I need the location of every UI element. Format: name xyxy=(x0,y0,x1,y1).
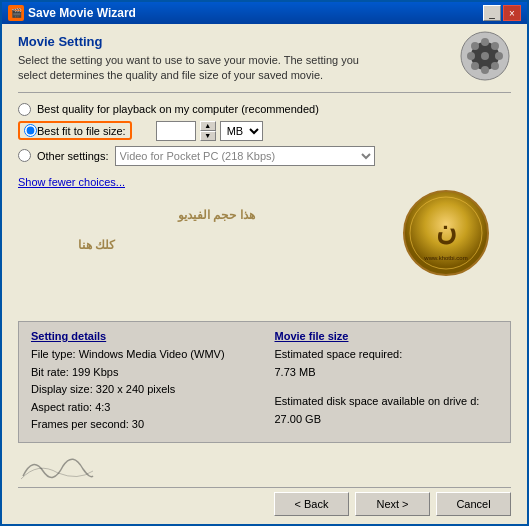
estimated-space-value: 7.73 MB xyxy=(275,364,499,382)
arabic-annotation-1: هذا حجم الفيديو xyxy=(178,208,255,222)
signature-svg xyxy=(18,451,98,481)
header-divider xyxy=(18,92,511,93)
radio-group: Best quality for playback on my computer… xyxy=(18,103,511,166)
estimated-disk-label: Estimated disk space available on drive … xyxy=(275,393,499,411)
movie-file-size-title: Movie file size xyxy=(275,330,499,342)
setting-details-title: Setting details xyxy=(31,330,255,342)
file-size-unit-select[interactable]: MB xyxy=(220,121,263,141)
other-settings-row: Other settings: Video for Pocket PC (218… xyxy=(18,146,511,166)
app-icon: 🎬 xyxy=(8,5,24,21)
info-section: Setting details File type: Windows Media… xyxy=(18,321,511,443)
next-button[interactable]: Next > xyxy=(355,492,430,516)
section-description: Select the setting you want to use to sa… xyxy=(18,53,378,84)
title-bar-buttons: _ × xyxy=(483,5,521,21)
svg-point-8 xyxy=(491,62,499,70)
aspect-ratio-info: Aspect ratio: 4:3 xyxy=(31,399,255,417)
footer: < Back Next > Cancel xyxy=(18,487,511,516)
frames-info: Frames per second: 30 xyxy=(31,416,255,434)
display-size-info: Display size: 320 x 240 pixels xyxy=(31,381,255,399)
estimated-disk-value: 27.00 GB xyxy=(275,411,499,429)
best-quality-label[interactable]: Best quality for playback on my computer… xyxy=(37,103,319,115)
main-content: Movie Setting Select the setting you wan… xyxy=(2,24,527,524)
best-quality-radio[interactable] xyxy=(18,103,31,116)
title-bar: 🎬 Save Movie Wizard _ × xyxy=(2,2,527,24)
svg-point-7 xyxy=(471,42,479,50)
other-settings-radio[interactable] xyxy=(18,149,31,162)
file-size-controls: 8 ▲ ▼ MB xyxy=(156,121,263,141)
file-type-info: File type: Windows Media Video (WMV) xyxy=(31,346,255,364)
best-fit-label[interactable]: Best fit to file size: xyxy=(37,125,126,137)
svg-point-9 xyxy=(471,62,479,70)
cancel-button[interactable]: Cancel xyxy=(436,492,511,516)
svg-point-10 xyxy=(491,42,499,50)
file-size-input[interactable]: 8 xyxy=(156,121,196,141)
watermark-area: هذا حجم الفيديو كلك هنا ن xyxy=(18,188,511,321)
back-button[interactable]: < Back xyxy=(274,492,349,516)
estimated-space-label: Estimated space required: xyxy=(275,346,499,364)
header-text: Movie Setting Select the setting you wan… xyxy=(18,34,378,84)
window-title: Save Movie Wizard xyxy=(28,6,136,20)
best-fit-row: Best fit to file size: 8 ▲ ▼ MB xyxy=(18,121,511,141)
other-settings-select[interactable]: Video for Pocket PC (218 Kbps) xyxy=(115,146,375,166)
spinner-down-button[interactable]: ▼ xyxy=(200,131,216,141)
signature-area xyxy=(18,451,511,481)
svg-point-5 xyxy=(467,52,475,60)
svg-point-6 xyxy=(495,52,503,60)
title-bar-left: 🎬 Save Movie Wizard xyxy=(8,5,136,21)
best-quality-row: Best quality for playback on my computer… xyxy=(18,103,511,116)
film-reel-icon xyxy=(459,30,511,82)
minimize-button[interactable]: _ xyxy=(483,5,501,21)
save-movie-wizard-window: 🎬 Save Movie Wizard _ × Movie Setting Se… xyxy=(0,0,529,526)
gold-logo: ن www.khotbi.com xyxy=(401,188,491,278)
header-section: Movie Setting Select the setting you wan… xyxy=(18,34,511,84)
svg-point-2 xyxy=(481,52,489,60)
best-fit-highlighted: Best fit to file size: xyxy=(18,121,132,140)
svg-point-4 xyxy=(481,66,489,74)
show-fewer-link[interactable]: Show fewer choices... xyxy=(18,176,511,188)
svg-text:www.khotbi.com: www.khotbi.com xyxy=(423,255,467,261)
section-title: Movie Setting xyxy=(18,34,378,49)
setting-details-col: Setting details File type: Windows Media… xyxy=(31,330,255,434)
spinner-up-button[interactable]: ▲ xyxy=(200,121,216,131)
svg-text:ن: ن xyxy=(436,215,457,246)
file-size-spinner: ▲ ▼ xyxy=(200,121,216,141)
arabic-annotation-2: كلك هنا xyxy=(78,238,115,252)
best-fit-radio[interactable] xyxy=(24,124,37,137)
bit-rate-info: Bit rate: 199 Kbps xyxy=(31,364,255,382)
close-button[interactable]: × xyxy=(503,5,521,21)
other-settings-label[interactable]: Other settings: xyxy=(37,150,109,162)
movie-file-size-col: Movie file size Estimated space required… xyxy=(275,330,499,434)
svg-point-3 xyxy=(481,38,489,46)
